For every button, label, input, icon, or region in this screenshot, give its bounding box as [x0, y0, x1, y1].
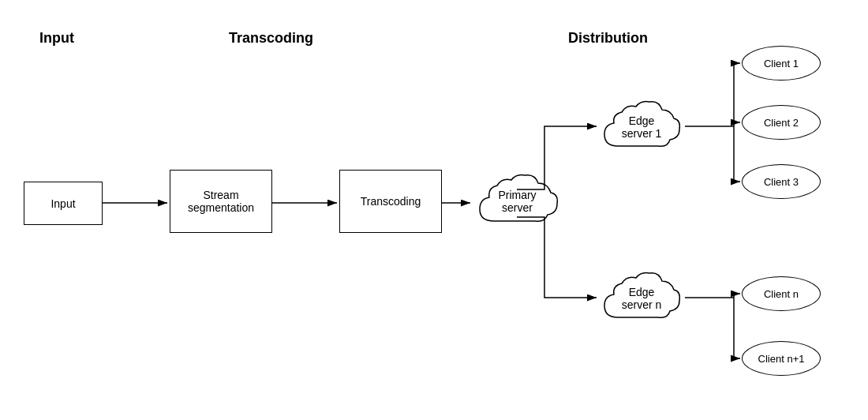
- client-3-oval: Client 3: [742, 164, 821, 199]
- primary-server-label: Primaryserver: [498, 189, 536, 214]
- edge-server-n-cloud: Edgeserver n: [598, 264, 685, 332]
- primary-server-cloud: Primaryserver: [472, 166, 563, 237]
- edge-server-1-label: Edgeserver 1: [622, 114, 662, 140]
- header-transcoding: Transcoding: [229, 30, 313, 47]
- header-distribution: Distribution: [568, 30, 648, 47]
- client-2-oval: Client 2: [742, 105, 821, 140]
- stream-segmentation-box: [170, 170, 272, 233]
- diagram: Input Transcoding Distribution Input Str…: [0, 0, 868, 420]
- header-input: Input: [39, 30, 74, 47]
- transcoding-box: Transcoding: [339, 170, 442, 233]
- input-box: Input: [24, 182, 103, 225]
- client-n-oval: Client n: [742, 276, 821, 311]
- client-n1-oval: Client n+1: [742, 341, 821, 376]
- edge-server-1-cloud: Edgeserver 1: [598, 93, 685, 160]
- edge-server-n-label: Edgeserver n: [622, 286, 662, 311]
- client-1-oval: Client 1: [742, 46, 821, 81]
